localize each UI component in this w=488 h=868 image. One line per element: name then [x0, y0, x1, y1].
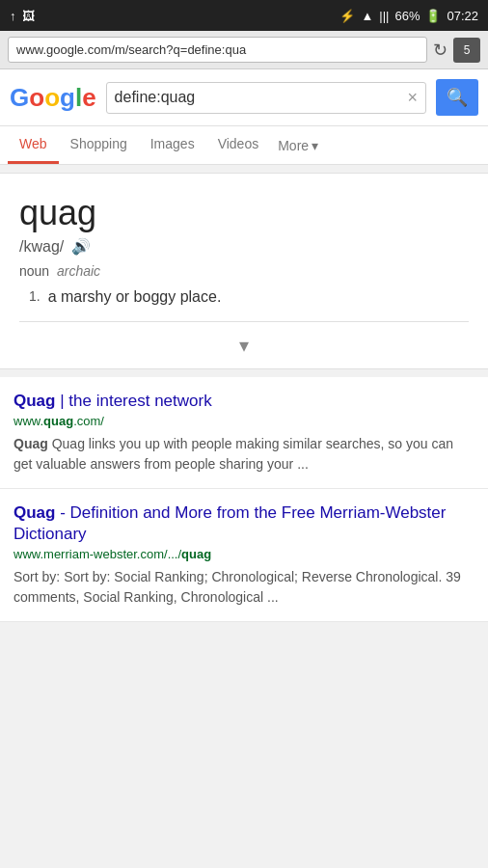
- dict-phonetic: /kwag/ 🔊: [19, 237, 469, 256]
- search-icon: 🔍: [447, 87, 468, 108]
- dictionary-card: quag /kwag/ 🔊 noun archaic 1. a marshy o…: [0, 173, 488, 369]
- search-input[interactable]: [115, 89, 408, 106]
- result-url-1: www.quag.com/: [14, 414, 474, 428]
- battery-label: 66%: [394, 9, 420, 23]
- google-search-bar: Google × 🔍: [0, 69, 488, 126]
- result-title-2[interactable]: Quag - Definition and More from the Free…: [14, 502, 474, 545]
- image-icon: 🖼: [22, 9, 35, 23]
- clear-button[interactable]: ×: [407, 88, 418, 108]
- tab-shopping[interactable]: Shopping: [59, 126, 139, 164]
- result-url-2: www.merriam-webster.com/.../quag: [14, 547, 474, 561]
- time-label: 07:22: [447, 9, 478, 23]
- nav-tabs: Web Shopping Images Videos More ▾: [0, 126, 488, 165]
- status-right: ⚡ ▲ ||| 66% 🔋 07:22: [339, 9, 478, 23]
- result-item: Quag | the interest network www.quag.com…: [0, 377, 488, 489]
- dict-definition: 1. a marshy or boggy place.: [29, 288, 469, 321]
- battery-icon: 🔋: [425, 9, 441, 23]
- tab-web[interactable]: Web: [8, 126, 59, 164]
- result-link-1[interactable]: Quag | the interest network: [14, 392, 212, 410]
- result-title-1[interactable]: Quag | the interest network: [14, 391, 474, 412]
- status-bar: ↑ 🖼 ⚡ ▲ ||| 66% 🔋 07:22: [0, 0, 488, 31]
- chevron-down-icon: ▾: [312, 138, 318, 153]
- dict-expand-button[interactable]: ▾: [19, 321, 469, 368]
- dict-word: quag: [19, 193, 469, 233]
- result-snippet-1: Quag Quag links you up with people makin…: [14, 434, 474, 475]
- search-input-wrap[interactable]: ×: [106, 82, 426, 114]
- google-logo: Google: [10, 83, 96, 113]
- tab-more[interactable]: More ▾: [270, 128, 326, 163]
- dict-type: noun archaic: [19, 263, 469, 279]
- reload-button[interactable]: ↻: [433, 40, 447, 61]
- result-snippet-2: Sort by: Sort by: Social Ranking; Chrono…: [14, 567, 474, 608]
- status-left: ↑ 🖼: [10, 9, 35, 23]
- upload-icon: ↑: [10, 9, 16, 23]
- speaker-icon[interactable]: 🔊: [71, 237, 91, 256]
- tabs-button[interactable]: 5: [453, 38, 480, 63]
- address-bar: ↻ 5: [0, 31, 488, 69]
- tabs-count: 5: [464, 43, 471, 57]
- result-item: Quag - Definition and More from the Free…: [0, 489, 488, 622]
- bluetooth-icon: ⚡: [339, 9, 355, 23]
- signal-icon: |||: [379, 9, 389, 23]
- address-input[interactable]: [8, 37, 427, 63]
- result-link-2[interactable]: Quag - Definition and More from the Free…: [14, 503, 446, 543]
- expand-icon: ▾: [239, 334, 249, 357]
- tab-images[interactable]: Images: [139, 126, 206, 164]
- tab-videos[interactable]: Videos: [206, 126, 271, 164]
- wifi-icon: ▲: [361, 9, 373, 23]
- search-button[interactable]: 🔍: [436, 79, 478, 116]
- search-results: Quag | the interest network www.quag.com…: [0, 377, 488, 622]
